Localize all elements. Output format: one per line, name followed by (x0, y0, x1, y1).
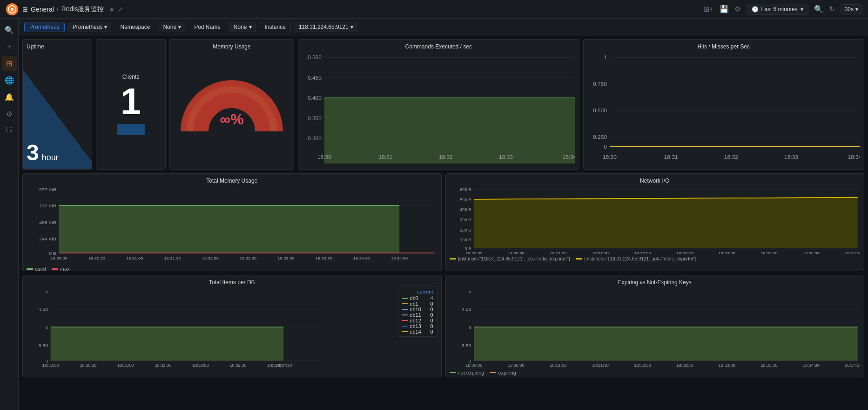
legend-expiring: expiring (490, 370, 516, 376)
not-expiring-color (450, 372, 456, 373)
svg-text:3.50: 3.50 (39, 343, 48, 348)
svg-text:18:31:00: 18:31:00 (126, 256, 143, 260)
svg-text:0.450: 0.450 (308, 75, 322, 81)
legend-color-db1 (402, 303, 408, 304)
podname-dropdown[interactable]: None ▾ (229, 22, 256, 32)
instance-dropdown[interactable]: 118.31.224.65:9121 ▾ (295, 22, 357, 32)
expiring-title: Expiring vs Not-Expiring Keys (450, 279, 861, 286)
star-icon[interactable]: ★ (109, 6, 115, 13)
namespace-button[interactable]: Namespace (115, 22, 155, 32)
uptime-value: 3 (27, 140, 39, 165)
legend-value-db12: 0 (430, 318, 433, 323)
sidebar-item-add[interactable]: ＋ (2, 39, 17, 54)
svg-point-2 (11, 8, 13, 11)
chevron-down-namespace: ▾ (178, 24, 181, 30)
svg-text:18:32: 18:32 (724, 154, 738, 159)
legend-used-color (27, 268, 33, 270)
svg-text:18:30:00: 18:30:00 (42, 363, 59, 367)
svg-text:18:32: 18:32 (439, 154, 453, 159)
legend-color-db12 (402, 320, 408, 321)
time-range-picker[interactable]: 🕐 Last 5 minutes ▾ (747, 4, 808, 15)
datasource-button[interactable]: Prometheus (24, 22, 65, 32)
svg-text:18:32:00: 18:32:00 (192, 363, 209, 367)
main-content: Uptime 3 hour Clients 1 Memory Usage (19, 35, 868, 410)
row3: Total Items per DB 5 4.50 4 3.50 3 18:30… (22, 275, 864, 377)
svg-text:18:30: 18:30 (317, 154, 331, 159)
svg-text:18:33:30: 18:33:30 (760, 252, 777, 254)
sidebar-item-shield[interactable]: 🛡 (2, 123, 17, 138)
refresh-icon[interactable]: ↻ (829, 5, 835, 14)
legend-color-db0 (402, 298, 408, 299)
podname-button[interactable]: Pod Name (189, 22, 226, 32)
legend-text-db0: db0 (410, 295, 424, 301)
total-items-panel: Total Items per DB 5 4.50 4 3.50 3 18:30… (22, 275, 442, 377)
namespace-value: None (163, 24, 176, 30)
legend-item-db14: db14 0 (402, 329, 433, 335)
legend-label-db10: db10 (402, 307, 424, 312)
svg-text:18:33:30: 18:33:30 (760, 363, 777, 367)
svg-text:18:31:00: 18:31:00 (550, 252, 566, 254)
svg-text:18:33: 18:33 (784, 154, 798, 159)
svg-text:18:31:30: 18:31:30 (155, 363, 171, 367)
svg-text:18:32:00: 18:32:00 (202, 256, 219, 260)
share-icon[interactable]: ⤢ (118, 6, 123, 13)
svg-text:1: 1 (604, 55, 607, 60)
sidebar-item-dashboards[interactable]: ⊞ (2, 56, 17, 71)
zoom-out-icon[interactable]: 🔍 (814, 5, 823, 14)
svg-text:18:30:00: 18:30:00 (465, 363, 482, 367)
svg-text:3.50: 3.50 (462, 343, 471, 348)
svg-text:∞%: ∞% (220, 111, 243, 128)
clients-title: Clients (122, 74, 140, 80)
svg-text:18:34:30: 18:34:30 (845, 252, 860, 254)
svg-text:400 B: 400 B (460, 208, 471, 212)
save-icon[interactable]: 💾 (720, 5, 729, 14)
settings-icon[interactable]: ⚙ (734, 5, 741, 14)
refresh-interval[interactable]: 30s ▾ (841, 4, 862, 14)
svg-text:4.50: 4.50 (39, 307, 48, 312)
hits-title: Hits / Misses per Sec (587, 43, 861, 50)
svg-text:18:33:00: 18:33:00 (277, 256, 294, 260)
breadcrumb-dashboard: Redis服务监控 (61, 5, 104, 14)
svg-marker-47 (59, 205, 400, 253)
time-range-label: Last 5 minutes (761, 6, 798, 13)
breadcrumb-sep: / (57, 6, 59, 13)
uptime-panel: Uptime 3 hour (22, 39, 92, 170)
svg-marker-113 (474, 327, 857, 361)
svg-text:18:31:30: 18:31:30 (592, 252, 608, 254)
sidebar-item-explore[interactable]: 🌐 (2, 73, 17, 88)
breadcrumb-general[interactable]: General (31, 6, 54, 13)
filterbar: Prometheus Prometheus ▾ Namespace None ▾… (19, 19, 868, 35)
svg-text:18:32:00: 18:32:00 (634, 252, 651, 254)
legend-label-db12: db12 (402, 318, 424, 323)
svg-text:18:30: 18:30 (602, 154, 616, 159)
network-label-1: {instance="118.31.224.65:9121", job="red… (458, 256, 571, 261)
legend-color-db14 (402, 331, 408, 332)
namespace-dropdown[interactable]: None ▾ (159, 22, 185, 32)
legend-not-expiring: not expiring (450, 370, 484, 376)
expiring-color (490, 372, 496, 373)
legend-value-db10: 0 (430, 307, 433, 312)
svg-text:5: 5 (45, 289, 48, 294)
total-memory-legend: used max (27, 266, 437, 271)
legend-value-db1: 0 (430, 301, 433, 307)
commands-chart: 0.500 0.450 0.400 0.350 0.300 18:30 18:3… (302, 53, 575, 164)
add-panel-icon[interactable]: ⊞+ (703, 5, 713, 14)
svg-text:0: 0 (604, 144, 607, 150)
sidebar-item-alerts[interactable]: 🔔 (2, 89, 17, 104)
svg-text:18:31: 18:31 (379, 154, 393, 159)
legend-max-color (52, 268, 58, 270)
svg-text:18:32:30: 18:32:30 (676, 363, 693, 367)
svg-text:18:33:30: 18:33:30 (316, 256, 332, 260)
svg-text:0.750: 0.750 (592, 82, 606, 87)
svg-text:200 B: 200 B (460, 228, 471, 232)
sidebar-item-configuration[interactable]: ⚙ (2, 106, 17, 121)
svg-text:4.50: 4.50 (462, 307, 471, 312)
instance-label: Instance (260, 22, 291, 32)
sidebar-item-search[interactable]: 🔍 (2, 22, 17, 37)
svg-text:100 B: 100 B (460, 238, 471, 242)
legend-item-db13: db13 0 (402, 323, 433, 329)
legend-label-db14: db14 (402, 329, 424, 335)
svg-text:18:32:00: 18:32:00 (634, 363, 651, 367)
legend-color-db10 (402, 309, 408, 310)
datasource-dropdown[interactable]: Prometheus ▾ (68, 22, 112, 32)
